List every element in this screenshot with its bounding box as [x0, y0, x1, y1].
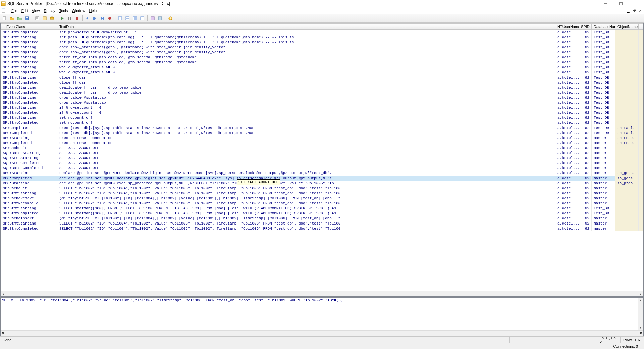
pause-button[interactable] [66, 15, 73, 22]
header-textdata[interactable]: TextData [57, 24, 555, 30]
column-headers[interactable]: EventClass TextData NTUserName SPID Data… [1, 24, 643, 30]
table-row[interactable]: SP:StmtCompleteddrop table #spstattaba.k… [1, 100, 643, 105]
cell-text: SELECT "Tbl1002"."ID" "Col1004","Tbl1002… [57, 226, 555, 231]
detail-text[interactable]: SELECT "Tbl1002"."ID" "Col1004","Tbl1002… [1, 298, 638, 330]
grid-horizontal-scrollbar[interactable]: ◄ ► [1, 291, 643, 296]
step-back-button[interactable] [84, 15, 91, 22]
table-row[interactable]: SP:StmtStartingclose ff_csra.kotel...62T… [1, 75, 643, 80]
header-eventclass[interactable]: EventClass [1, 24, 57, 30]
clear-window-button[interactable] [117, 15, 123, 22]
table-row[interactable]: RPC:Completedexec sp_reset_connectiona.k… [1, 140, 643, 145]
aggregated-button[interactable] [157, 15, 163, 22]
window-vert-button[interactable] [124, 15, 131, 22]
scroll-left-icon[interactable]: ◄ [1, 291, 6, 297]
table-row[interactable]: SP:StmtCompletedSELECT StatMan([SC0]) FR… [1, 211, 643, 216]
table-row[interactable]: SQL:BatchStartingSET XACT_ABORT OFFa.kot… [1, 150, 643, 155]
menu-replay[interactable]: Replay [42, 8, 57, 13]
header-objectname[interactable]: ObjectName [615, 24, 639, 30]
table-row[interactable]: SP:StmtStartingset @qtbl = quotename(@tb… [1, 35, 643, 40]
cell-user: a.kotel... [555, 201, 579, 206]
run-button[interactable] [59, 15, 66, 22]
stop-button[interactable] [74, 15, 80, 22]
cell-text: dbcc show_statistics(@qtbl, @statname) w… [57, 45, 555, 50]
table-row[interactable]: SP:CacheInsert(@1 tinyint)SELECT [Tbl100… [1, 216, 643, 221]
table-row[interactable]: SP:StmtRecompileSELECT "Tbl1002"."ID" "C… [1, 201, 643, 206]
save-button[interactable] [23, 15, 30, 22]
menu-window[interactable]: Window [70, 8, 87, 13]
table-row[interactable]: SP:StmtStartingSELECT "Tbl1002"."ID" "Co… [1, 191, 643, 196]
scroll-up-icon[interactable]: ▲ [638, 298, 643, 303]
table-row[interactable]: RPC:Completeddeclare @p1 int set @p1=1 d… [1, 176, 643, 181]
cell-text: SET XACT_ABORT OFF [57, 155, 555, 160]
cell-event: SP:StmtStarting [1, 95, 57, 100]
scroll-down-icon[interactable]: ▼ [638, 325, 643, 330]
table-row[interactable]: SP:StmtStartingSELECT StatMan([SC0]) FRO… [1, 206, 643, 211]
mdi-restore-button[interactable]: 🗗 [631, 8, 637, 13]
table-row[interactable]: SP:CacheHitSET XACT_ABORT OFFa.kotel...6… [1, 145, 643, 150]
header-ntusername[interactable]: NTUserName [555, 24, 579, 30]
table-row[interactable]: SP:StmtCompletedset nocount offa.kotel..… [1, 120, 643, 125]
template-button[interactable] [41, 15, 48, 22]
menu-help[interactable]: Help [87, 8, 99, 13]
table-row[interactable]: SP:StmtCompletedwhile @@fetch_status >= … [1, 70, 643, 75]
table-row[interactable]: SP:StmtCompletedif @rowsetcount = 0a.kot… [1, 110, 643, 115]
svg-rect-19 [76, 17, 78, 20]
help-button[interactable]: ? [167, 15, 174, 22]
table-row[interactable]: SP:StmtStartingwhile @@fetch_status >= 0… [1, 65, 643, 70]
close-button[interactable] [628, 0, 643, 7]
table-row[interactable]: SP:CacheRemove(@1 tinyint)SELECT [Tbl100… [1, 196, 643, 201]
table-row[interactable]: SP:StmtStartingdeallocate ff_csr --- dro… [1, 85, 643, 90]
open-button[interactable] [9, 15, 15, 22]
open-table-button[interactable] [16, 15, 23, 22]
table-row[interactable]: SP:StmtCompletedclose ff_csra.kotel...62… [1, 80, 643, 85]
scroll-right-icon[interactable]: ► [640, 331, 643, 336]
breakpoint-button[interactable] [106, 15, 113, 22]
table-row[interactable]: SP:StmtStartingdbcc show_statistics(@qtb… [1, 45, 643, 50]
minimize-button[interactable] [598, 0, 613, 7]
table-row[interactable]: SP:StmtCompleteddbcc show_statistics(@qt… [1, 50, 643, 55]
menu-view[interactable]: View [30, 8, 42, 13]
table-row[interactable]: RPC:Completedexec [test_db].[sys].sp_tab… [1, 130, 643, 135]
table-row[interactable]: SP:StmtCompletedSELECT "Tbl1002"."ID" "C… [1, 226, 643, 231]
table-row[interactable]: RPC:Startingdeclare @p1 int set @p1=0 ex… [1, 181, 643, 186]
detail-horizontal-scrollbar[interactable]: ◄ ► [1, 330, 643, 336]
table-row[interactable]: SP:CacheHitSELECT "Tbl1002"."ID" "Col100… [1, 186, 643, 191]
mdi-minimize-button[interactable]: ▁ [625, 8, 631, 13]
table-row[interactable]: SQL:StmtCompletedSET XACT_ABORT OFFa.kot… [1, 160, 643, 165]
mdi-close-button[interactable]: ✕ [637, 8, 643, 13]
server-button[interactable] [49, 15, 55, 22]
trace-grid-body[interactable]: EventClass TextData NTUserName SPID Data… [1, 23, 643, 291]
autoscroll-button[interactable] [139, 15, 146, 22]
window-horiz-button[interactable] [131, 15, 138, 22]
table-row[interactable]: SP:StmtCompleteddeallocate ff_csr --- dr… [1, 90, 643, 95]
table-row[interactable]: SP:StmtStartingif @rowsetcount = 0a.kote… [1, 105, 643, 110]
cell-user: a.kotel... [555, 100, 579, 105]
step-cursor-button[interactable] [99, 15, 106, 22]
table-row[interactable]: SP:StmtStartingset nocount offa.kotel...… [1, 115, 643, 120]
table-row[interactable]: SQL:BatchCompletedSET XACT_ABORT OFFa.ko… [1, 165, 643, 170]
table-row[interactable]: SP:StmtCompletedset @rowsetcount = @rows… [1, 30, 643, 35]
table-row[interactable]: SP:StmtCompletedset @qtbl = quotename(@t… [1, 40, 643, 45]
table-row[interactable]: SP:StmtStartingSELECT "Tbl1002"."ID" "Co… [1, 221, 643, 226]
table-row[interactable]: RPC:Startingdeclare @p1 int set @p1=NULL… [1, 170, 643, 176]
step-one-button[interactable] [92, 15, 98, 22]
header-spid[interactable]: SPID [579, 24, 592, 30]
new-trace-button[interactable] [1, 15, 8, 22]
grouped-button[interactable] [149, 15, 156, 22]
menu-edit[interactable]: Edit [19, 8, 30, 13]
header-databasename[interactable]: DatabaseName [592, 24, 615, 30]
properties-button[interactable] [34, 15, 41, 22]
maximize-button[interactable] [613, 0, 628, 7]
table-row[interactable]: SP:StmtStartingfetch ff_csr into @tblcat… [1, 55, 643, 60]
table-row[interactable]: SP:Completedexec [test_db].[sys].sp_tabl… [1, 125, 643, 130]
menu-tools[interactable]: Tools [57, 8, 70, 13]
table-row[interactable]: SP:StmtCompletedfetch ff_csr into @tblca… [1, 60, 643, 65]
cell-text: (@1 tinyint)SELECT [Tbl1002].[ID] [Col10… [57, 216, 555, 221]
table-row[interactable]: SP:StmtStartingdrop table #spstattaba.ko… [1, 95, 643, 100]
menu-file[interactable]: File [9, 8, 19, 13]
detail-vertical-scrollbar[interactable]: ▲ ▼ [638, 298, 643, 330]
scroll-left-icon[interactable]: ◄ [1, 331, 4, 336]
table-row[interactable]: RPC:Startingexec sp_reset_connectiona.ko… [1, 135, 643, 140]
scroll-right-icon[interactable]: ► [638, 291, 643, 297]
table-row[interactable]: SQL:StmtStartingSET XACT_ABORT OFFa.kote… [1, 155, 643, 160]
